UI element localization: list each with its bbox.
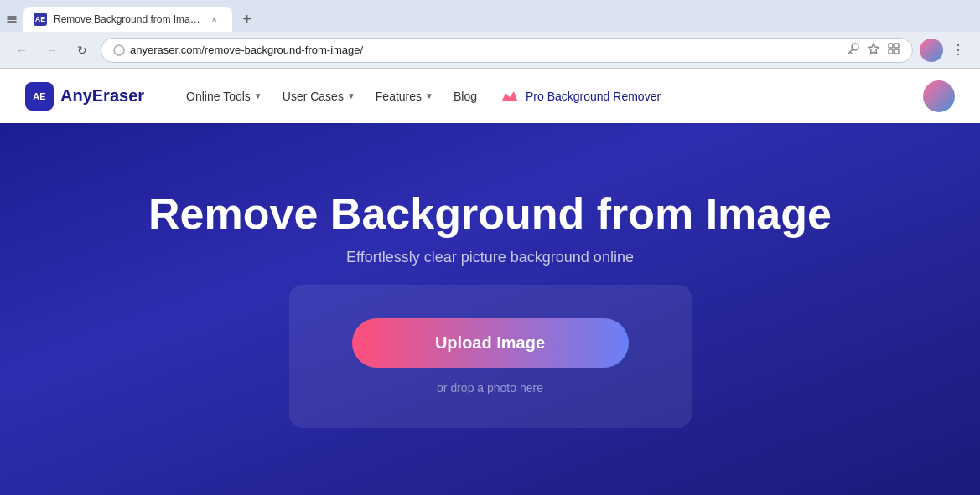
logo[interactable]: AE AnyEraser	[25, 82, 144, 111]
browser-content: AE AnyEraser Online Tools ▼ User Cases ▼…	[0, 69, 980, 495]
nav-online-tools[interactable]: Online Tools ▼	[178, 83, 271, 110]
hero-section: Remove Background from Image Effortlessl…	[0, 123, 980, 495]
upload-area: Upload Image or drop a photo here	[289, 285, 692, 428]
toolbar-icons: ⋮	[920, 39, 970, 62]
user-avatar[interactable]	[923, 80, 955, 112]
address-text: anyeraser.com/remove-background-from-ima…	[130, 44, 842, 56]
chevron-down-icon: ▼	[425, 91, 433, 101]
vertical-dots-icon: ⋮	[951, 42, 965, 58]
address-bar-icons	[847, 42, 900, 59]
address-bar: ← → ↻ anyeraser.com/remove-background-fr…	[0, 32, 980, 69]
key-icon	[847, 42, 860, 59]
svg-point-0	[114, 45, 124, 55]
website: AE AnyEraser Online Tools ▼ User Cases ▼…	[0, 69, 980, 495]
nav-pro-link[interactable]: Pro Background Remover	[489, 85, 672, 108]
logo-text: AnyEraser	[60, 86, 144, 106]
hero-subtitle: Effortlessly clear picture background on…	[346, 249, 634, 266]
refresh-button[interactable]: ↻	[70, 39, 94, 62]
svg-marker-2	[869, 44, 879, 54]
address-bar-icon	[113, 44, 125, 56]
drop-text: or drop a photo here	[437, 381, 543, 394]
svg-rect-4	[894, 44, 899, 48]
browser-menu-button[interactable]: ⋮	[946, 39, 970, 62]
chevron-down-icon: ▼	[254, 91, 262, 101]
nav-features[interactable]: Features ▼	[367, 83, 442, 110]
tab-favicon: AE	[34, 13, 47, 26]
svg-rect-6	[894, 49, 899, 54]
svg-rect-5	[889, 49, 893, 54]
extensions-icon[interactable]	[887, 42, 900, 59]
nav-blog[interactable]: Blog	[445, 83, 485, 110]
nav-user-cases[interactable]: User Cases ▼	[274, 83, 364, 110]
navbar: AE AnyEraser Online Tools ▼ User Cases ▼…	[0, 69, 980, 123]
svg-rect-3	[889, 44, 893, 48]
nav-links: Online Tools ▼ User Cases ▼ Features ▼ B…	[178, 83, 906, 110]
tab-close-button[interactable]: ×	[207, 12, 222, 27]
pro-icon	[500, 90, 519, 103]
forward-button[interactable]: →	[40, 39, 64, 62]
back-button[interactable]: ←	[10, 39, 34, 62]
new-tab-button[interactable]: +	[236, 7, 259, 32]
browser-user-avatar[interactable]	[920, 39, 943, 62]
upload-image-button[interactable]: Upload Image	[352, 318, 629, 368]
address-input[interactable]: anyeraser.com/remove-background-from-ima…	[101, 38, 913, 63]
tab-title: Remove Background from Ima…	[54, 13, 200, 25]
tab-list-button[interactable]	[0, 7, 23, 32]
logo-icon: AE	[25, 82, 54, 111]
active-tab[interactable]: AE Remove Background from Ima… ×	[23, 7, 232, 32]
hero-title: Remove Background from Image	[148, 190, 832, 238]
star-icon[interactable]	[867, 42, 880, 59]
chevron-down-icon: ▼	[347, 91, 355, 101]
